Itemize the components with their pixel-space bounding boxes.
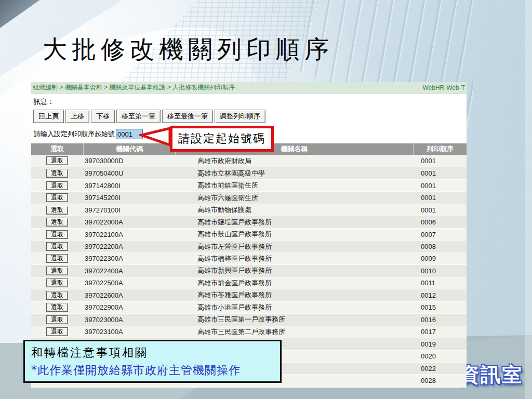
table-row: 選取397145200I高雄市六龜區衛生所0001: [31, 191, 467, 203]
print-order-cell: 0015: [413, 303, 467, 311]
agency-name-cell: 高雄市三民區第一戶政事務所: [175, 315, 413, 324]
table-row: 選取397022100A高雄市鼓山區戶政事務所0007: [31, 228, 467, 240]
print-order-cell: 0001: [413, 182, 467, 190]
select-row-button[interactable]: 選取: [46, 327, 68, 336]
table-row: 選取397022500A高雄市前金區戶政事務所0011: [31, 277, 467, 289]
agency-code-cell: 397022000A: [83, 218, 175, 226]
note-line-1: 和轉檔注意事項相關: [31, 345, 274, 361]
agency-code-cell: 397022200A: [83, 243, 175, 250]
table-row: 選取397142800I高雄市前鎮區衛生所0001: [31, 179, 467, 191]
select-cell: 選取: [31, 156, 83, 165]
print-order-cell: 0008: [413, 243, 467, 250]
print-order-cell: 0016: [413, 316, 467, 324]
select-row-button[interactable]: 選取: [46, 278, 68, 287]
select-cell: 選取: [31, 267, 83, 275]
table-row: 選取397022600A高雄市苓雅區戶政事務所0012: [31, 289, 467, 301]
table-row: 選取397022400A高雄市新興區戶政事務所0010: [31, 264, 467, 276]
select-cell: 選取: [31, 193, 83, 202]
print-order-cell: 0006: [413, 218, 467, 226]
print-order-cell: 0001: [413, 169, 467, 177]
toolbar-button[interactable]: 調整列印順序: [215, 110, 265, 123]
select-cell: 選取: [31, 206, 83, 215]
select-row-button[interactable]: 選取: [46, 156, 68, 165]
select-row-button[interactable]: 選取: [46, 169, 68, 178]
print-order-cell: 0028: [413, 377, 467, 384]
print-order-cell: 0007: [413, 231, 467, 238]
print-order-cell: 0009: [413, 255, 467, 262]
select-row-button[interactable]: 選取: [46, 315, 68, 324]
table-row: 選取397030000D高雄市政府財政局0001: [31, 155, 467, 167]
select-row-button[interactable]: 選取: [46, 206, 68, 215]
agency-code-cell: 397022900A: [83, 303, 175, 311]
agency-name-cell: 高雄市左營區戶政事務所: [175, 242, 413, 251]
select-cell: 選取: [31, 169, 83, 178]
agency-code-cell: 397023000A: [83, 316, 175, 324]
toolbar-button[interactable]: 回上頁: [33, 110, 64, 123]
start-number-label: 請輸入設定列印順序起始號: [34, 129, 115, 139]
select-cell: 選取: [31, 181, 83, 190]
agency-code-cell: 397050400U: [83, 169, 175, 177]
toolbar-button[interactable]: 移至最後一筆: [162, 110, 213, 123]
select-cell: 選取: [31, 327, 83, 336]
start-number-row: 請輸入設定列印順序起始號: [34, 129, 143, 139]
print-order-cell: 0022: [413, 365, 467, 373]
toolbar-button[interactable]: 上移: [65, 110, 89, 123]
agency-name-cell: 高雄市前金區戶政事務所: [175, 278, 413, 288]
select-row-button[interactable]: 選取: [46, 267, 68, 275]
print-order-cell: 0001: [413, 194, 467, 202]
breadcrumb-bar: 組織編制 > 機關基本資料 > 機關及單位基本維護 > 大批修改機關列印順序 W…: [31, 82, 467, 94]
agency-name-cell: 高雄市動物保護處: [175, 205, 413, 215]
select-row-button[interactable]: 選取: [46, 218, 68, 227]
table-row: 選取397022900A高雄市小港區戶政事務所0015: [31, 301, 467, 313]
select-row-button[interactable]: 選取: [46, 230, 68, 239]
agency-name-cell: 高雄市苓雅區戶政事務所: [175, 290, 413, 300]
toolbar-button[interactable]: 移至第一筆: [116, 110, 161, 123]
select-cell: 選取: [31, 303, 83, 312]
select-row-button[interactable]: 選取: [46, 193, 68, 202]
print-order-cell: 0020: [413, 352, 467, 360]
table-row: 選取397022200A高雄市左營區戶政事務所0008: [31, 240, 467, 252]
print-order-cell: 0017: [413, 328, 467, 336]
note-line-2: *此作業僅開放給縣市政府主管機關操作: [31, 363, 274, 378]
agency-name-cell: 高雄市新興區戶政事務所: [175, 266, 413, 275]
select-row-button[interactable]: 選取: [46, 254, 68, 263]
select-row-button[interactable]: 選取: [46, 242, 68, 251]
agency-code-cell: 397270100I: [83, 206, 175, 214]
print-order-cell: 0011: [413, 279, 467, 287]
select-row-button[interactable]: 選取: [46, 291, 68, 300]
column-header: 列印順序: [413, 143, 467, 155]
toolbar: 回上頁上移下移移至第一筆移至最後一筆調整列印順序: [33, 110, 265, 123]
select-cell: 選取: [31, 242, 83, 251]
select-cell: 選取: [31, 315, 83, 324]
print-order-cell: 0010: [413, 267, 467, 275]
agency-name-cell: 高雄市鹽埕區戶政事務所: [175, 218, 413, 227]
table-row: 選取397022000A高雄市鹽埕區戶政事務所0006: [31, 216, 467, 228]
agency-code-cell: 397142800I: [83, 182, 175, 190]
callout-text: 請設定起始號碼: [178, 131, 265, 147]
slide: 大批修改機關列印順序 資訊室 組織編制 > 機關基本資料 > 機關及單位基本維護…: [0, 0, 532, 399]
agency-name-cell: 高雄市鼓山區戶政事務所: [175, 230, 413, 239]
print-order-cell: 0001: [413, 206, 467, 214]
select-row-button[interactable]: 選取: [46, 181, 68, 190]
note-box: 和轉檔注意事項相關 *此作業僅開放給縣市政府主管機關操作: [23, 340, 282, 383]
breadcrumb[interactable]: 組織編制 > 機關基本資料 > 機關及單位基本維護 > 大批修改機關列印順序: [33, 83, 235, 92]
agency-code-cell: 397145200I: [83, 194, 175, 202]
table-row: 選取397023100A高雄市三民區第二戶政事務所0017: [31, 326, 467, 338]
agency-code-cell: 397022300A: [83, 255, 175, 262]
agency-code-cell: 397023100A: [83, 328, 175, 336]
select-cell: 選取: [31, 218, 83, 227]
table-row: 選取397022300A高雄市楠梓區戶政事務所0009: [31, 252, 467, 264]
agency-name-cell: 高雄市政府財政局: [175, 156, 413, 166]
toolbar-button[interactable]: 下移: [91, 110, 115, 123]
agency-code-cell: 397022400A: [83, 267, 175, 275]
table-row: 選取397023000A高雄市三民區第一戶政事務所0016: [31, 313, 467, 325]
select-cell: 選取: [31, 291, 83, 300]
message-label: 訊息：: [34, 97, 54, 107]
corner-building-photo: [0, 0, 47, 31]
footer-logo: 資訊室: [459, 362, 523, 388]
agency-name-cell: 高雄市前鎮區衛生所: [175, 181, 413, 190]
agency-name-cell: 高雄市六龜區衛生所: [175, 193, 413, 203]
right-edge-highlight: [525, 0, 532, 399]
agency-code-cell: 397022100A: [83, 231, 175, 238]
select-row-button[interactable]: 選取: [46, 303, 68, 312]
